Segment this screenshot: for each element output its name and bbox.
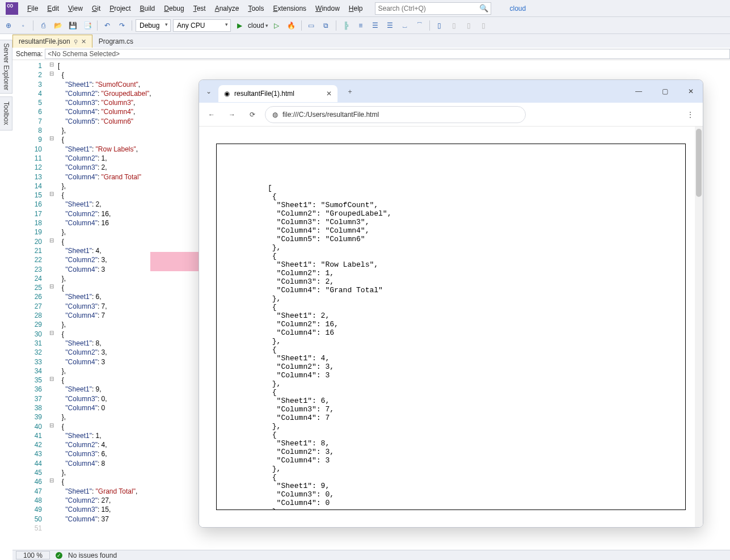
fold-gutter[interactable]: ⊟⊟⊟⊟⊟⊟⊟⊟⊟⊟	[47, 60, 57, 550]
schema-dropdown[interactable]: <No Schema Selected>	[45, 49, 730, 59]
close-icon[interactable]: ✕	[326, 90, 332, 98]
tab-resultantfile-json[interactable]: resultantFile.json ⚲ ✕	[12, 35, 92, 48]
schema-value: <No Schema Selected>	[48, 50, 120, 58]
menu-tools[interactable]: Tools	[243, 2, 268, 15]
indent-right-icon[interactable]: ☰	[384, 19, 396, 32]
schema-label: Schema:	[16, 50, 43, 58]
json-schema-bar: Schema: <No Schema Selected>	[12, 48, 730, 60]
issues-text: No issues found	[68, 551, 117, 559]
toolbar-separator	[33, 20, 33, 31]
rail-label: Toolbox	[2, 102, 10, 125]
dropdown-icon[interactable]: ▾	[265, 23, 268, 28]
menu-project[interactable]: Project	[105, 2, 135, 15]
browser-toolbar: ← → ⟳ ◍ file:///C:/Users/resultantFile.h…	[199, 103, 703, 127]
browser-tab-title: resultantFile(1).html	[234, 90, 294, 98]
platform-dropdown[interactable]: Any CPU▾	[173, 19, 231, 32]
ok-icon: ✓	[56, 552, 62, 559]
hot-reload-icon[interactable]: 🔥	[285, 19, 298, 32]
run-target-label[interactable]: cloud	[248, 22, 264, 30]
redo-icon[interactable]: ↷	[116, 19, 128, 32]
toolbar-icon[interactable]: ╠	[340, 19, 352, 32]
menu-build[interactable]: Build	[136, 2, 160, 15]
back-button[interactable]: ←	[204, 107, 220, 123]
reload-button[interactable]: ⟳	[244, 107, 260, 123]
uncomment-icon[interactable]: ⎴	[413, 19, 426, 32]
search-placeholder: Search (Ctrl+Q)	[378, 5, 425, 12]
globe-icon: ◉	[224, 90, 230, 98]
menu-edit[interactable]: Edit	[43, 2, 64, 15]
search-icon: 🔍	[479, 4, 488, 12]
window-controls: ― ▢ ✕	[630, 87, 699, 95]
kebab-menu-icon[interactable]: ⋮	[682, 111, 698, 119]
config-value: Debug	[140, 22, 159, 30]
comment-icon[interactable]: ⎵	[399, 19, 411, 32]
close-icon[interactable]: ✕	[682, 87, 699, 95]
toolbar-icon[interactable]: ▭	[305, 19, 318, 32]
browser-tab[interactable]: ◉ resultantFile(1).html ✕	[218, 85, 337, 102]
line-number-gutter: 1234567891011121314151617181920212223242…	[12, 60, 47, 550]
vs-logo-icon	[6, 2, 18, 15]
toolbar-separator	[429, 20, 430, 31]
global-search-input[interactable]: Search (Ctrl+Q) 🔍	[375, 2, 491, 15]
zoom-level[interactable]: 100 %	[16, 551, 50, 559]
nav-back-icon[interactable]: ⊕	[2, 19, 15, 32]
platform-value: Any CPU	[177, 22, 205, 30]
bookmark-icon[interactable]: ▯	[433, 19, 446, 32]
menu-git[interactable]: Git	[87, 2, 105, 15]
start-nodebug-button[interactable]: ▷	[271, 19, 283, 32]
new-tab-button[interactable]: ＋	[343, 85, 357, 98]
menu-view[interactable]: View	[64, 2, 87, 15]
toolbar-separator	[132, 20, 132, 31]
indent-left-icon[interactable]: ☰	[369, 19, 382, 32]
pin-icon[interactable]: ⚲	[74, 39, 78, 45]
close-icon[interactable]: ✕	[81, 38, 86, 45]
tab-program-cs[interactable]: Program.cs	[92, 35, 140, 48]
rail-label: Server Explorer	[2, 43, 10, 90]
menu-test[interactable]: Test	[189, 2, 210, 15]
minimize-icon[interactable]: ―	[630, 87, 647, 95]
site-info-icon[interactable]: ◍	[272, 111, 278, 119]
maximize-icon[interactable]: ▢	[656, 87, 673, 95]
browser-window: ⌄ ◉ resultantFile(1).html ✕ ＋ ― ▢ ✕ ← → …	[199, 79, 703, 528]
cloud-link[interactable]: cloud	[509, 5, 526, 12]
status-bar: 100 % ✓ No issues found	[12, 550, 730, 560]
html-output-content: [ { "Sheet1": "SumofCount", "Column2": "…	[216, 144, 686, 510]
menu-analyze[interactable]: Analyze	[210, 2, 244, 15]
bookmark-prev-icon[interactable]: ▯	[448, 19, 461, 32]
vertical-scrollbar[interactable]	[695, 127, 703, 527]
menu-file[interactable]: File	[23, 2, 43, 15]
toolbar-separator	[97, 20, 98, 31]
undo-icon[interactable]: ↶	[101, 19, 113, 32]
save-all-icon[interactable]: 📑	[81, 19, 94, 32]
nav-fwd-icon[interactable]: ◦	[17, 19, 29, 32]
browser-titlebar[interactable]: ⌄ ◉ resultantFile(1).html ✕ ＋ ― ▢ ✕	[199, 80, 703, 103]
toolbox-rail[interactable]: Toolbox	[0, 96, 12, 130]
main-toolbar: ⊕ ◦ ⎙ 📂 💾 📑 ↶ ↷ Debug▾ Any CPU▾ ▶ cloud …	[0, 17, 730, 34]
server-explorer-rail[interactable]: Server Explorer	[0, 40, 12, 94]
save-icon[interactable]: 💾	[66, 19, 79, 32]
start-debug-button[interactable]: ▶	[233, 19, 246, 32]
toolbar-icon[interactable]: ⧉	[320, 19, 332, 32]
menu-extensions[interactable]: Extensions	[268, 2, 311, 15]
tab-title: Program.cs	[99, 37, 133, 45]
address-bar[interactable]: ◍ file:///C:/Users/resultantFile.html	[265, 106, 526, 123]
new-item-icon[interactable]: ⎙	[37, 19, 49, 32]
menu-debug[interactable]: Debug	[159, 2, 188, 15]
menubar: FileEditViewGitProjectBuildDebugTestAnal…	[0, 0, 730, 17]
menu-window[interactable]: Window	[311, 2, 344, 15]
chevron-down-icon[interactable]: ⌄	[202, 85, 215, 98]
toolbar-separator	[301, 20, 302, 31]
url-text: file:///C:/Users/resultantFile.html	[282, 111, 379, 119]
config-dropdown[interactable]: Debug▾	[136, 19, 171, 32]
bookmark-next-icon[interactable]: ▯	[463, 19, 475, 32]
document-tabs: resultantFile.json ⚲ ✕ Program.cs	[12, 34, 730, 48]
toolbar-icon[interactable]: ≡	[355, 19, 367, 32]
open-icon[interactable]: 📂	[52, 19, 64, 32]
menu-help[interactable]: Help	[344, 2, 368, 15]
toolbar-separator	[336, 20, 336, 31]
tab-title: resultantFile.json	[19, 37, 70, 45]
browser-viewport[interactable]: [ { "Sheet1": "SumofCount", "Column2": "…	[199, 127, 703, 527]
forward-button[interactable]: →	[224, 107, 240, 123]
bookmark-clear-icon[interactable]: ▯	[478, 19, 490, 32]
